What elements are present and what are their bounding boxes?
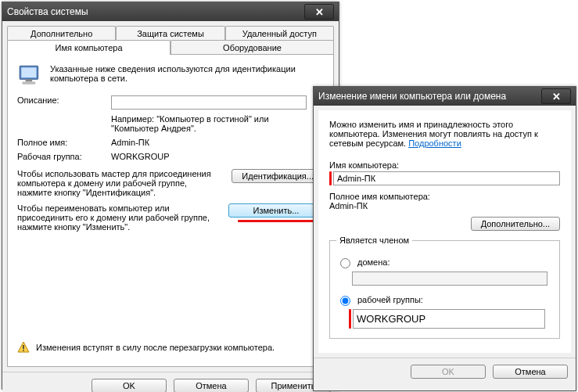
fullname-value: Admin-ПК [111,138,149,147]
fullname-label: Полное имя компьютера: [329,192,560,201]
tab-remote[interactable]: Удаленный доступ [225,26,334,41]
membership-group: Является членом домена: рабочей группы: [329,236,560,339]
dialog-buttons: OK Отмена Применить [2,372,339,392]
titlebar[interactable]: Изменение имени компьютера или домена ✕ [314,87,576,106]
workgroup-radio[interactable] [340,296,350,306]
ok-button[interactable]: OK [92,379,167,392]
tab-advanced[interactable]: Дополнительно [7,26,116,41]
intro-text: Указанные ниже сведения используются для… [50,63,324,83]
identification-text: Чтобы использовать мастер для присоедине… [17,169,221,197]
identification-button[interactable]: Идентификация... [232,169,324,183]
svg-rect-5 [23,350,24,351]
window-title: Свойства системы [7,6,304,17]
workgroup-radio-label: рабочей группы: [357,295,423,304]
tab-computer-name[interactable]: Имя компьютера [7,40,171,55]
fullname-label: Полное имя: [17,138,111,147]
dialog-buttons: OK Отмена [314,358,576,385]
window-title: Изменение имени компьютера или домена [318,91,541,102]
close-icon[interactable]: ✕ [541,88,571,104]
cancel-button[interactable]: Отмена [174,379,249,392]
tab-protection[interactable]: Защита системы [116,26,224,41]
panel-computer-name: Указанные ниже сведения используются для… [7,54,334,367]
domain-radio-label: домена: [357,257,390,267]
svg-rect-3 [22,81,35,84]
domain-radio[interactable] [340,258,350,268]
change-button[interactable]: Изменить... [228,203,324,218]
warning-icon [17,341,30,354]
titlebar[interactable]: Свойства системы ✕ [2,2,339,21]
red-marker-name [329,171,332,185]
computer-icon [17,63,44,89]
computer-name-input[interactable] [333,171,560,185]
workgroup-value: WORKGROUP [111,152,170,161]
change-text: Чтобы переименовать компьютер или присое… [17,203,221,232]
workgroup-radio-row[interactable]: рабочей группы: [336,293,553,306]
fullname-value: Admin-ПК [329,201,560,210]
example-text: Например: "Компьютер в гостиной" или "Ко… [111,114,299,133]
tabs-row-2: Имя компьютера Оборудование [7,40,334,55]
more-button[interactable]: Дополнительно... [471,217,560,231]
red-underline-change [238,220,324,222]
details-link[interactable]: Подробности [408,138,461,148]
workgroup-input[interactable] [353,309,545,329]
close-icon[interactable]: ✕ [304,4,334,20]
tab-hardware[interactable]: Оборудование [171,40,334,55]
workgroup-label: Рабочая группа: [17,152,111,161]
membership-legend: Является членом [336,236,412,245]
restart-note: Изменения вступят в силу после перезагру… [36,343,275,352]
domain-input [352,272,547,286]
change-name-window: Изменение имени компьютера или домена ✕ … [313,86,576,391]
svg-rect-1 [21,67,36,77]
svg-rect-2 [26,79,33,81]
panel-change-name: Можно изменить имя и принадлежность этог… [318,110,571,353]
svg-rect-4 [23,345,24,349]
cancel-button[interactable]: Отмена [493,365,568,379]
system-properties-window: Свойства системы ✕ Дополнительно Защита … [2,2,339,390]
description-input[interactable] [111,95,307,110]
tabs-row-1: Дополнительно Защита системы Удаленный д… [7,26,334,41]
red-marker-workgroup [349,309,351,329]
computer-name-label: Имя компьютера: [329,160,560,170]
ok-button[interactable]: OK [411,365,486,379]
description-label: Описание: [17,95,111,105]
domain-radio-row[interactable]: домена: [336,256,553,268]
